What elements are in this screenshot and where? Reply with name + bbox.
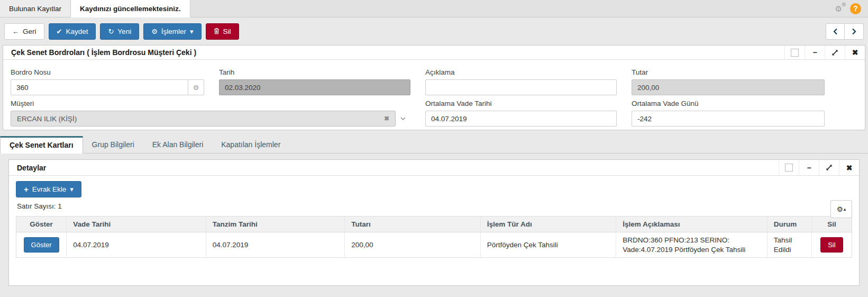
topbar-right: ⚙⚙ ?	[835, 0, 868, 17]
field-aciklama: Açıklama	[425, 64, 617, 95]
toolbar: ← Geri ✔ Kaydet ↻ Yeni ⚙ İşlemler ▾ Sil	[0, 17, 868, 45]
details-panel-title: Detaylar	[9, 160, 54, 175]
field-tutar: Tutar	[632, 64, 825, 95]
musteri-select[interactable]: ERCAN ILIK (KİŞİ) ✖	[11, 111, 410, 127]
details-panel-controls: − ✖	[779, 160, 859, 175]
ortalama-vade-gunu-label: Ortalama Vade Günü	[632, 100, 825, 107]
bordro-nosu-gear-addon[interactable]: ⚙	[188, 79, 204, 95]
chevron-down-icon[interactable]	[396, 117, 410, 120]
details-panel-header: Detaylar − ✖	[9, 160, 859, 176]
new-button-label: Yeni	[117, 28, 131, 35]
ortalama-vade-gunu-input[interactable]	[632, 111, 825, 127]
header-tanzim-tarihi[interactable]: Tanzim Tarihi	[206, 217, 344, 232]
table-row: Göster 04.07.2019 04.07.2019 200,00 Pört…	[16, 232, 852, 258]
gear-icon: ⚙	[151, 28, 158, 35]
bordro-panel-controls: − ✖	[784, 46, 865, 59]
gear-icon: ⚙	[837, 205, 843, 213]
header-goster[interactable]: Göster	[16, 217, 67, 232]
tarih-input	[219, 79, 410, 95]
previous-record-button[interactable]	[826, 23, 845, 40]
panel-expand-icon[interactable]	[819, 160, 839, 175]
panel-expand-icon[interactable]	[825, 46, 845, 59]
tutar-label: Tutar	[632, 68, 825, 76]
panel-checkbox[interactable]	[784, 46, 805, 59]
field-ortalama-vade-tarihi: Ortalama Vade Tarihi	[425, 95, 617, 127]
aciklama-input[interactable]	[425, 79, 617, 95]
operations-button-label: İşlemler	[161, 28, 186, 35]
cell-islem-tur-adi: Pörtföyden Çek Tahsili	[480, 232, 616, 258]
bordro-nosu-label: Bordro Nosu	[11, 68, 204, 76]
header-vade-tarihi[interactable]: Vade Tarihi	[67, 217, 206, 232]
small-gear-icon: ⚙	[842, 2, 846, 7]
record-pager	[826, 23, 864, 40]
header-durum[interactable]: Durum	[767, 217, 811, 232]
add-document-dropdown-button[interactable]: + Evrak Ekle ▾	[16, 181, 81, 197]
caret-down-icon: ▾	[190, 28, 194, 35]
field-ortalama-vade-gunu: Ortalama Vade Günü	[632, 95, 825, 127]
tab-kapatilan-islemler[interactable]: Kapatılan İşlemler	[212, 136, 289, 154]
back-button[interactable]: ← Geri	[4, 23, 44, 40]
table-header-row: Göster Vade Tarihi Tanzim Tarihi Tutarı …	[16, 217, 852, 232]
operations-dropdown-button[interactable]: ⚙ İşlemler ▾	[143, 23, 201, 40]
bordro-form: Bordro Nosu ⚙ Tarih Açıklama Tutar Müşte…	[3, 60, 865, 130]
ortalama-vade-tarihi-input[interactable]	[425, 111, 617, 127]
tutar-input	[632, 79, 825, 95]
cell-goster: Göster	[16, 232, 67, 258]
add-document-label: Evrak Ekle	[32, 185, 67, 193]
tab-cek-senet-kartlari[interactable]: Çek Senet Kartları	[0, 136, 83, 154]
delete-button-label: Sil	[223, 28, 231, 35]
header-islem-tur-adi[interactable]: İşlem Tür Adı	[480, 217, 616, 232]
bordro-nosu-input[interactable]	[11, 79, 188, 95]
cell-sil: Sil	[811, 232, 852, 258]
bordro-panel: Çek Senet Bordroları ( İşlem Bordrosu Mü…	[3, 45, 865, 130]
header-tutari[interactable]: Tutarı	[345, 217, 480, 232]
field-musteri: Müşteri ERCAN ILIK (KİŞİ) ✖	[11, 95, 410, 127]
field-bordro-nosu: Bordro Nosu ⚙	[11, 64, 204, 95]
cell-durum: Tahsil Edildi	[767, 232, 811, 258]
aciklama-label: Açıklama	[425, 68, 617, 76]
details-table: Göster Vade Tarihi Tanzim Tarihi Tutarı …	[16, 216, 852, 258]
header-islem-aciklamasi[interactable]: İşlem Açıklaması	[616, 217, 768, 232]
cell-islem-aciklamasi: BRDNO:360 PFNO:213 SERINO: Vade:4.07.201…	[616, 232, 768, 258]
check-icon: ✔	[57, 28, 62, 35]
back-button-label: Geri	[23, 28, 36, 35]
next-record-button[interactable]	[845, 23, 864, 40]
panel-checkbox[interactable]	[779, 160, 799, 175]
panel-close-icon[interactable]: ✖	[845, 46, 865, 59]
trash-icon	[214, 28, 220, 35]
show-row-button[interactable]: Göster	[24, 237, 59, 253]
new-button[interactable]: ↻ Yeni	[100, 23, 139, 40]
tab-bulunan-kayitlar[interactable]: Bulunan Kayıtlar	[0, 0, 71, 17]
panel-close-icon[interactable]: ✖	[839, 160, 859, 175]
tab-kaydinizi-guncellemektesiniz[interactable]: Kaydınızı güncellemektesiniz.	[71, 0, 190, 17]
clear-selection-icon[interactable]: ✖	[384, 115, 389, 122]
bordro-panel-header: Çek Senet Bordroları ( İşlem Bordrosu Mü…	[3, 46, 865, 60]
save-button[interactable]: ✔ Kaydet	[49, 23, 96, 40]
grid-settings-button[interactable]: ⚙ ▴	[830, 200, 852, 218]
bordro-panel-title: Çek Senet Bordroları ( İşlem Bordrosu Mü…	[3, 46, 204, 59]
panel-minimize-icon[interactable]: −	[799, 160, 819, 175]
sub-tab-bar: Çek Senet Kartları Grup Bilgileri Ek Ala…	[0, 136, 868, 154]
musteri-selected-value[interactable]: ERCAN ILIK (KİŞİ) ✖	[11, 111, 396, 127]
field-tarih: Tarih	[219, 64, 410, 95]
save-button-label: Kaydet	[66, 28, 88, 35]
help-icon[interactable]: ?	[850, 3, 861, 14]
plus-icon: +	[24, 185, 29, 193]
header-sil[interactable]: Sil	[811, 217, 852, 232]
details-body: + Evrak Ekle ▾ Satır Sayısı: 1 ⚙ ▴ Göste…	[9, 176, 859, 285]
musteri-label: Müşteri	[11, 100, 410, 107]
caret-up-icon: ▴	[844, 206, 846, 212]
tab-grup-bilgileri[interactable]: Grup Bilgileri	[83, 136, 143, 154]
cell-vade-tarihi: 04.07.2019	[67, 232, 206, 258]
panel-minimize-icon[interactable]: −	[805, 46, 825, 59]
delete-button[interactable]: Sil	[206, 23, 239, 40]
ortalama-vade-tarihi-label: Ortalama Vade Tarihi	[425, 100, 617, 107]
delete-row-button[interactable]: Sil	[820, 237, 843, 253]
refresh-icon: ↻	[108, 28, 114, 35]
tab-ek-alan-bilgileri[interactable]: Ek Alan Bilgileri	[143, 136, 213, 154]
row-count-text: Satır Sayısı: 1	[17, 202, 851, 210]
cell-tanzim-tarihi: 04.07.2019	[206, 232, 344, 258]
settings-gears-icon[interactable]: ⚙⚙	[835, 5, 842, 13]
sub-tab-filler	[289, 136, 868, 154]
caret-down-icon: ▾	[70, 186, 74, 193]
